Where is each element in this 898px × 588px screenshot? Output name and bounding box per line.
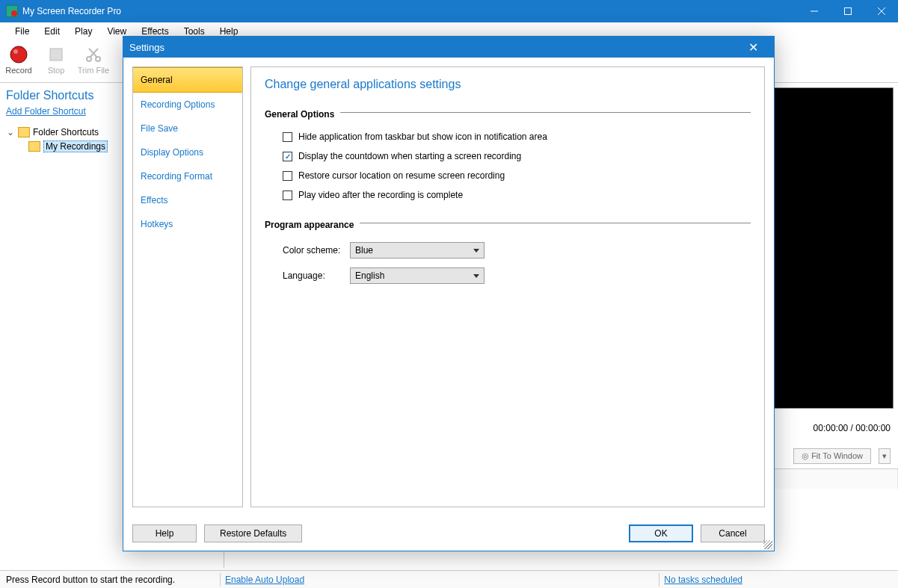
trim-button[interactable]: Trim File (75, 43, 112, 75)
record-button[interactable]: Record (0, 43, 37, 75)
nav-display-options[interactable]: Display Options (133, 140, 242, 164)
app-icon (6, 5, 18, 17)
dialog-titlebar: Settings ✕ (123, 37, 774, 58)
checkbox-icon[interactable] (283, 171, 292, 181)
color-scheme-select[interactable]: Blue (350, 242, 485, 259)
time-display: 00:00:00 / 00:00:00 (814, 423, 891, 433)
chevron-down-icon[interactable]: ⌄ (6, 127, 15, 137)
program-appearance-label: Program appearance (265, 220, 354, 230)
svg-point-6 (10, 46, 27, 63)
svg-point-1 (11, 10, 17, 16)
settings-nav: General Recording Options File Save Disp… (132, 66, 243, 507)
folder-icon (18, 127, 30, 137)
nav-file-save[interactable]: File Save (133, 117, 242, 140)
nav-recording-options[interactable]: Recording Options (133, 93, 242, 117)
svg-rect-3 (844, 8, 851, 15)
checkbox-checked-icon[interactable] (283, 152, 292, 161)
close-button[interactable] (864, 0, 898, 22)
fit-to-window-button[interactable]: ◎ Fit To Window (793, 448, 871, 464)
svg-point-7 (13, 49, 18, 54)
window-title: My Screen Recorder Pro (22, 6, 797, 16)
opt-play-after[interactable]: Play video after the recording is comple… (265, 185, 751, 205)
status-text: Press Record button to start the recordi… (6, 575, 215, 585)
checkbox-icon[interactable] (283, 132, 292, 142)
resize-grip[interactable] (763, 540, 772, 549)
settings-dialog: Settings ✕ General Recording Options Fil… (123, 36, 775, 551)
restore-defaults-button[interactable]: Restore Defaults (204, 524, 302, 542)
folder-icon (28, 141, 40, 152)
language-select[interactable]: English (350, 267, 485, 284)
titlebar: My Screen Recorder Pro (0, 0, 898, 22)
opt-hide-taskbar[interactable]: Hide application from taskbar but show i… (265, 127, 751, 146)
nav-recording-format[interactable]: Recording Format (133, 164, 242, 188)
menu-edit[interactable]: Edit (37, 23, 67, 40)
minimize-button[interactable] (797, 0, 831, 22)
stop-button[interactable]: Stop (37, 43, 75, 75)
svg-rect-8 (50, 49, 62, 61)
menu-play[interactable]: Play (67, 23, 99, 40)
stop-icon (37, 43, 75, 66)
dialog-footer: Help Restore Defaults OK Cancel (123, 516, 774, 551)
record-icon (0, 43, 37, 66)
general-options-label: General Options (265, 109, 334, 120)
scissors-icon (75, 43, 112, 66)
opt-countdown[interactable]: Display the countdown when starting a sc… (265, 146, 751, 166)
color-scheme-label: Color scheme: (283, 245, 350, 256)
panel-heading: Change general applications settings (265, 78, 751, 91)
help-button[interactable]: Help (132, 524, 197, 542)
add-folder-shortcut-link[interactable]: Add Folder Shortcut (6, 106, 86, 117)
language-label: Language: (283, 270, 350, 281)
no-tasks-link[interactable]: No tasks scheduled (664, 575, 742, 585)
opt-restore-cursor[interactable]: Restore cursor location on resume screen… (265, 166, 751, 185)
statusbar: Press Record button to start the recordi… (0, 570, 898, 588)
menu-file[interactable]: File (7, 23, 37, 40)
cancel-button[interactable]: Cancel (701, 524, 765, 542)
dialog-close-button[interactable]: ✕ (738, 40, 768, 55)
settings-panel: Change general applications settings Gen… (250, 66, 765, 507)
checkbox-icon[interactable] (283, 191, 292, 200)
nav-general[interactable]: General (133, 67, 242, 93)
ok-button[interactable]: OK (629, 524, 693, 542)
dialog-title: Settings (129, 42, 164, 53)
maximize-button[interactable] (831, 0, 864, 22)
nav-effects[interactable]: Effects (133, 188, 242, 212)
dropdown-button[interactable]: ▾ (879, 448, 891, 464)
nav-hotkeys[interactable]: Hotkeys (133, 212, 242, 236)
enable-auto-upload-link[interactable]: Enable Auto Upload (225, 575, 304, 585)
